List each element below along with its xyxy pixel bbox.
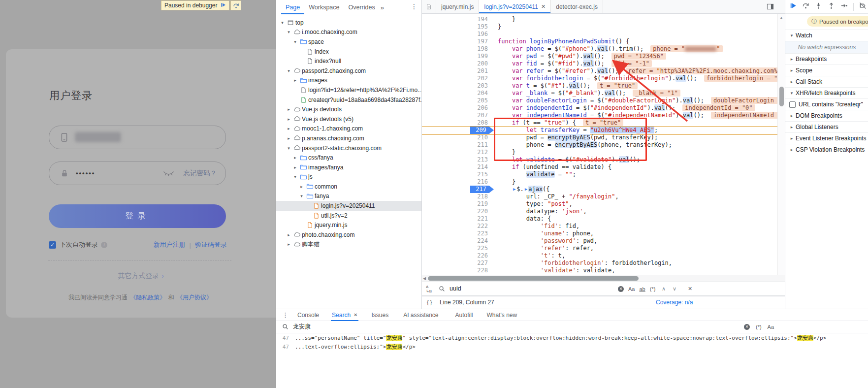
inline-breakpoint-icon[interactable]: ▶: [513, 186, 515, 193]
tree-item[interactable]: ▾fanya: [276, 192, 421, 201]
chevron-closed-icon[interactable]: ▸: [286, 232, 292, 237]
chevron-closed-icon[interactable]: ▸: [292, 165, 298, 170]
line-number[interactable]: 219: [422, 200, 494, 208]
line-number[interactable]: 196: [422, 31, 494, 38]
login-button[interactable]: 登录: [49, 204, 226, 228]
tree-item[interactable]: ▸Vue.js devtools: [276, 104, 421, 114]
tree-item[interactable]: util.js?v=2: [276, 211, 421, 221]
match-case-icon[interactable]: Aa: [768, 324, 774, 330]
tree-item[interactable]: ▸mooc1-1.chaoxing.com: [276, 124, 421, 134]
resume-icon[interactable]: [220, 2, 226, 9]
password-input[interactable]: •••••• 忘记密码？: [49, 162, 226, 185]
chevron-open-icon[interactable]: ▾: [298, 194, 305, 198]
line-number[interactable]: 201: [422, 67, 494, 75]
drawer-tab-what-s-new[interactable]: What's new: [486, 309, 518, 321]
sidebar-section-event-listener-breakpoints[interactable]: ▸Event Listener Breakpoints: [785, 132, 868, 144]
tab-overflow-icon[interactable]: »: [381, 4, 384, 11]
search-result-row[interactable]: 47...text-overflow:ellipsis;">龙安康</p>: [276, 342, 868, 351]
chevron-closed-icon[interactable]: ▸: [292, 155, 298, 160]
chevron-closed-icon[interactable]: ▸: [785, 136, 796, 141]
chevron-closed-icon[interactable]: ▸: [785, 147, 796, 152]
editor-tab[interactable]: jquery.min.js: [436, 0, 479, 13]
tree-item[interactable]: ▸common: [276, 182, 421, 192]
chevron-closed-icon[interactable]: ▸: [785, 79, 796, 84]
line-number[interactable]: 206: [422, 104, 494, 112]
editor-vertical-scrollbar[interactable]: ▲: [777, 14, 785, 275]
line-number[interactable]: 197: [422, 38, 494, 45]
tree-item[interactable]: ▾passport2.chaoxing.com: [276, 66, 421, 76]
sidebar-section-csp-violation-breakpoints[interactable]: ▸CSP Violation Breakpoints: [785, 144, 868, 155]
sidebar-section-global-listeners[interactable]: ▸Global Listeners: [785, 121, 868, 132]
tree-item[interactable]: ▸images: [276, 76, 421, 86]
code-editor[interactable]: 194 }195}196197function loginByPhoneAndP…: [422, 14, 777, 275]
line-number[interactable]: 228: [422, 267, 494, 274]
find-mode-icon[interactable]: A↳B: [426, 285, 432, 293]
line-number[interactable]: 222: [422, 223, 494, 230]
line-number[interactable]: 217: [422, 186, 494, 193]
tree-item[interactable]: index: [276, 47, 421, 57]
sms-login-link[interactable]: 验证码登录: [195, 240, 227, 249]
sidebar-section-scope[interactable]: ▸Scope: [785, 65, 868, 76]
drawer-tab-search[interactable]: Search✕: [331, 309, 358, 321]
chevron-closed-icon[interactable]: ▸: [292, 78, 298, 83]
phone-input[interactable]: [49, 126, 226, 149]
line-number[interactable]: 207: [422, 112, 494, 119]
step-over-icon[interactable]: [802, 2, 809, 11]
clear-icon[interactable]: ✕: [618, 286, 624, 292]
chevron-closed-icon[interactable]: ▸: [785, 57, 796, 62]
match-case-icon[interactable]: Aa: [628, 286, 635, 292]
line-number[interactable]: 218: [422, 193, 494, 200]
chevron-closed-icon[interactable]: ▸: [298, 184, 305, 189]
checkbox-icon[interactable]: [789, 101, 796, 108]
tree-item[interactable]: createqr?uuid=18a8aa6698da43faa28287f...: [276, 95, 421, 105]
scroll-up-icon[interactable]: ▲: [778, 14, 785, 19]
auto-login-checkbox[interactable]: ✓: [49, 241, 56, 249]
line-number[interactable]: 224: [422, 237, 494, 245]
other-login-link[interactable]: 其它方式登录›: [6, 272, 276, 281]
chevron-closed-icon[interactable]: ▸: [785, 113, 796, 118]
chevron-closed-icon[interactable]: ▸: [286, 136, 292, 141]
line-number[interactable]: 204: [422, 90, 494, 97]
line-number[interactable]: 198: [422, 45, 494, 53]
sidebar-section-watch[interactable]: ▾Watch: [785, 30, 868, 41]
find-query[interactable]: uuid: [450, 282, 461, 295]
drawer-tab-ai-assistance[interactable]: AI assistance: [402, 309, 439, 321]
line-number[interactable]: 227: [422, 259, 494, 267]
line-number[interactable]: 194: [422, 16, 494, 23]
chevron-closed-icon[interactable]: ▸: [286, 242, 292, 247]
tree-item[interactable]: ▸Vue.js devtools (v5): [276, 114, 421, 124]
close-icon[interactable]: ✕: [688, 282, 692, 295]
editor-horizontal-scrollbar[interactable]: ◀: [422, 275, 785, 282]
tree-item[interactable]: login.js?v=20250411: [276, 201, 421, 211]
chevron-closed-icon[interactable]: ▸: [785, 125, 796, 129]
whole-word-icon[interactable]: ab: [639, 286, 645, 292]
deactivate-breakpoints-icon[interactable]: [859, 2, 867, 11]
tree-item[interactable]: ▸photo.chaoxing.com: [276, 230, 421, 240]
tree-item[interactable]: login?fid=12&refer=http%3A%2F%2Fi.mo...: [276, 85, 421, 95]
sidebar-section-dom-breakpoints[interactable]: ▸DOM Breakpoints: [785, 110, 868, 121]
chevron-closed-icon[interactable]: ▸: [286, 126, 292, 131]
line-number[interactable]: 221: [422, 215, 494, 223]
chevron-open-icon[interactable]: ▾: [286, 30, 292, 34]
navigator-tab-workspace[interactable]: Workspace: [304, 1, 344, 14]
chevron-open-icon[interactable]: ▾: [286, 68, 292, 73]
panel-toggle-icon[interactable]: [767, 3, 774, 12]
line-number[interactable]: 203: [422, 82, 494, 90]
chevron-open-icon[interactable]: ▾: [292, 39, 298, 44]
chevron-closed-icon[interactable]: ▸: [785, 68, 796, 73]
chevron-open-icon[interactable]: ▾: [292, 174, 298, 179]
line-number[interactable]: 209: [422, 127, 494, 134]
line-number[interactable]: 226: [422, 252, 494, 259]
tree-item[interactable]: ▸images/fanya: [276, 162, 421, 172]
forgot-password-link[interactable]: 忘记密码？: [184, 162, 217, 185]
line-number[interactable]: 205: [422, 97, 494, 104]
line-number[interactable]: 211: [422, 141, 494, 149]
scroll-left-icon[interactable]: ◀: [423, 275, 426, 282]
kebab-menu-icon[interactable]: ⋮: [282, 311, 289, 319]
drawer-tab-console[interactable]: Console: [296, 309, 320, 321]
chevron-closed-icon[interactable]: ▸: [286, 107, 292, 112]
pretty-print-icon[interactable]: { }: [427, 296, 432, 308]
line-number[interactable]: 216: [422, 178, 494, 186]
clear-icon[interactable]: ✕: [744, 324, 750, 330]
inline-breakpoint-icon[interactable]: ▶: [525, 186, 527, 193]
